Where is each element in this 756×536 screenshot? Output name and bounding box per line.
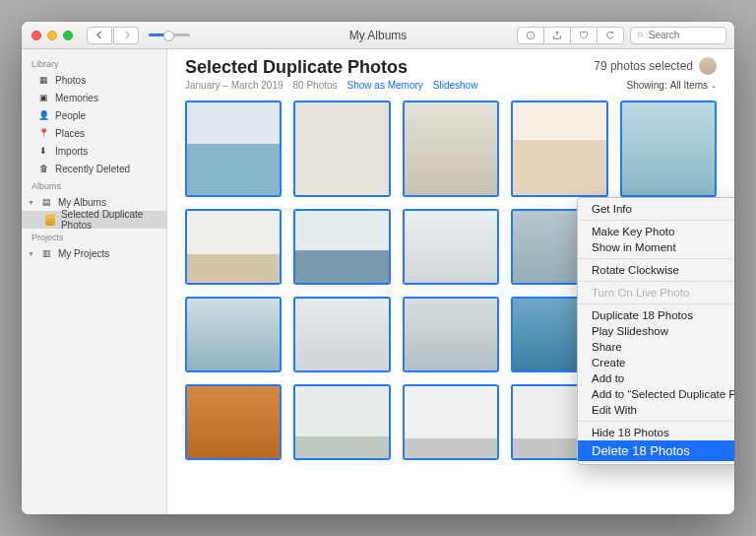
menu-edit-with[interactable]: Edit With▶	[578, 402, 734, 418]
photo-thumbnail[interactable]	[293, 100, 390, 197]
sidebar-section-projects: Projects	[22, 233, 166, 242]
close-icon[interactable]	[32, 31, 41, 40]
search-icon	[637, 31, 645, 39]
album-icon: ▤	[40, 196, 52, 208]
projects-icon: ▥	[40, 247, 52, 259]
chevron-down-icon: ▼	[28, 199, 34, 206]
chevron-down-icon: ▼	[28, 250, 34, 257]
svg-text:i: i	[530, 33, 531, 38]
menu-make-key-photo[interactable]: Make Key Photo	[578, 224, 734, 239]
photo-thumbnail[interactable]	[511, 100, 607, 197]
menu-delete[interactable]: Delete 18 Photos	[578, 440, 734, 461]
selection-count: 79 photos selected	[594, 59, 693, 73]
search-input[interactable]	[649, 30, 720, 40]
rotate-button[interactable]	[597, 27, 624, 44]
avatar[interactable]	[699, 57, 717, 75]
chevron-down-icon: ⌄	[711, 82, 717, 90]
sidebar-item-selected-duplicate-photos[interactable]: Selected Duplicate Photos	[22, 211, 166, 229]
menu-add-to[interactable]: Add to▶	[578, 370, 734, 386]
info-button[interactable]: i	[517, 27, 544, 44]
sidebar-item-recently-deleted[interactable]: 🗑Recently Deleted	[22, 160, 166, 177]
sidebar-item-photos[interactable]: ▦Photos	[22, 71, 166, 89]
menu-hide[interactable]: Hide 18 Photos	[578, 425, 734, 440]
showing-filter[interactable]: Showing: All Items ⌄	[627, 80, 717, 91]
people-icon: 👤	[37, 109, 49, 121]
context-menu: Get Info Make Key Photo Show in Moment R…	[577, 197, 734, 465]
sidebar-item-people[interactable]: 👤People	[22, 106, 166, 124]
photo-thumbnail[interactable]	[403, 100, 499, 197]
menu-get-info[interactable]: Get Info	[578, 201, 734, 217]
menu-play-slideshow[interactable]: Play Slideshow	[578, 323, 734, 339]
svg-point-2	[638, 33, 642, 36]
photo-thumbnail[interactable]	[293, 297, 390, 372]
search-field[interactable]	[630, 27, 726, 44]
page-title: Selected Duplicate Photos	[185, 57, 408, 78]
photo-count: 80 Photos	[293, 80, 338, 91]
slideshow-link[interactable]: Slideshow	[433, 80, 478, 91]
photo-thumbnail[interactable]	[403, 384, 499, 460]
zoom-icon[interactable]	[63, 31, 73, 40]
places-icon: 📍	[37, 127, 49, 139]
menu-create[interactable]: Create▶	[578, 355, 734, 370]
photo-thumbnail[interactable]	[185, 100, 282, 197]
photo-thumbnail[interactable]	[620, 100, 717, 197]
titlebar: My Albums i	[22, 22, 734, 49]
zoom-slider[interactable]	[149, 34, 190, 36]
show-as-memory-link[interactable]: Show as Memory	[347, 80, 423, 91]
window-controls	[22, 31, 73, 40]
minimize-icon[interactable]	[47, 31, 57, 40]
menu-rotate-clockwise[interactable]: Rotate Clockwise	[578, 262, 734, 278]
photo-thumbnail[interactable]	[403, 297, 499, 372]
menu-show-in-moment[interactable]: Show in Moment	[578, 239, 734, 255]
sidebar-section-albums: Albums	[22, 181, 166, 191]
sidebar-item-memories[interactable]: ▣Memories	[22, 89, 166, 106]
photo-thumbnail[interactable]	[185, 209, 282, 285]
album-thumb-icon	[45, 214, 55, 226]
favorite-button[interactable]	[570, 27, 598, 44]
content-area: Selected Duplicate Photos 79 photos sele…	[167, 49, 734, 514]
sidebar-item-my-projects[interactable]: ▼▥My Projects	[22, 244, 166, 262]
menu-duplicate[interactable]: Duplicate 18 Photos	[578, 307, 734, 323]
photos-icon: ▦	[37, 74, 49, 86]
menu-share[interactable]: Share▶	[578, 339, 734, 355]
sidebar-item-places[interactable]: 📍Places	[22, 124, 166, 142]
photo-thumbnail[interactable]	[403, 209, 499, 285]
trash-icon: 🗑	[37, 163, 49, 174]
forward-button[interactable]	[113, 27, 139, 44]
share-button[interactable]	[543, 27, 571, 44]
photo-thumbnail[interactable]	[185, 297, 282, 372]
menu-turn-on-live-photo: Turn On Live Photo	[578, 285, 734, 301]
nav-buttons	[87, 27, 139, 44]
photo-thumbnail[interactable]	[185, 384, 282, 460]
imports-icon: ⬇	[37, 145, 49, 157]
back-button[interactable]	[87, 27, 112, 44]
photo-thumbnail[interactable]	[293, 384, 390, 460]
window-title: My Albums	[349, 29, 408, 42]
app-window: My Albums i Library ▦Photos ▣Memories 👤P…	[22, 22, 734, 514]
sidebar: Library ▦Photos ▣Memories 👤People 📍Place…	[22, 49, 167, 514]
memories-icon: ▣	[37, 92, 49, 103]
date-range: January – March 2019	[185, 80, 284, 91]
sidebar-item-imports[interactable]: ⬇Imports	[22, 142, 166, 160]
menu-add-to-album[interactable]: Add to “Selected Duplicate Photos”	[578, 386, 734, 402]
sidebar-section-library: Library	[22, 59, 166, 69]
photo-thumbnail[interactable]	[293, 209, 390, 285]
